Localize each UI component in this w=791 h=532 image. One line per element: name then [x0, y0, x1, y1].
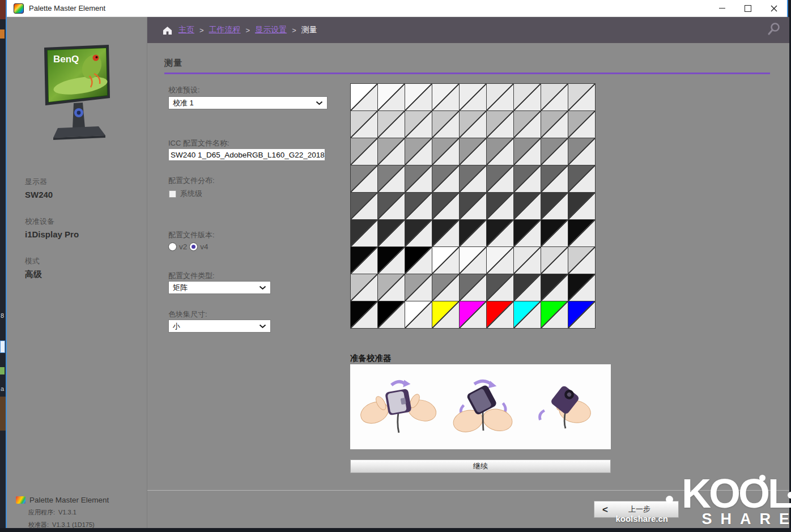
sidebar-field-value-2: i1Display Pro [25, 229, 79, 239]
prepare-panel [350, 364, 611, 449]
color-patch-76 [432, 301, 459, 328]
preset-value: 校准 1 [173, 98, 194, 108]
continue-button[interactable]: 继续 [350, 459, 611, 473]
desktop-fragment [0, 0, 6, 19]
color-patch-60 [487, 247, 513, 274]
color-patch-33 [487, 165, 513, 192]
monitor-product-image: BenQ [40, 43, 118, 145]
color-patch-6 [487, 84, 513, 110]
sidebar: BenQ 显示器SW240校准设备i1Display Pro模式高级 Palet… [7, 17, 147, 528]
color-patch-7 [514, 84, 541, 110]
breadcrumb-link-1[interactable]: 主页 [178, 25, 194, 35]
icc-name-label: ICC 配置文件名称: [168, 138, 229, 148]
color-patch-15 [487, 111, 513, 138]
app-icon [14, 3, 24, 14]
color-patch-36 [568, 165, 595, 192]
calibrator-version-value: V1.3.1 (1D175) [52, 521, 95, 528]
color-patch-46 [351, 220, 377, 246]
color-patch-63 [568, 247, 595, 274]
distribution-label: 配置文件分布: [168, 176, 215, 186]
version-radio-v2[interactable] [168, 242, 177, 251]
app-version-row: 应用程序:V1.3.1 [28, 508, 109, 517]
preset-label: 校准预设: [168, 85, 200, 95]
minimize-button[interactable] [709, 0, 735, 16]
color-patch-54 [568, 220, 595, 246]
sidebar-field-value-3: 高级 [25, 269, 79, 280]
color-patch-67 [432, 274, 459, 301]
close-button[interactable] [761, 0, 787, 16]
calibrator-version-row: 校准器:V1.3.1 (1D175) [28, 521, 109, 529]
watermark-dot [759, 475, 766, 481]
color-patch-68 [460, 274, 486, 301]
breadcrumb-current: 测量 [301, 25, 317, 35]
home-icon[interactable] [162, 25, 173, 35]
chevron-down-icon [316, 101, 323, 105]
icc-name-input[interactable]: SW240 1_D65_AdobeRGB_L160_G22_2018 [168, 148, 325, 161]
sidebar-field-label-2: 校准设备 [25, 216, 79, 227]
color-patch-11 [378, 111, 405, 138]
search-button[interactable] [767, 22, 781, 39]
system-level-checkbox[interactable] [169, 190, 176, 198]
breadcrumb-link-2[interactable]: 工作流程 [209, 25, 241, 35]
color-patch-35 [541, 165, 568, 192]
color-patch-39 [405, 193, 432, 219]
maximize-icon [745, 5, 751, 12]
color-patch-75 [405, 301, 432, 328]
minimize-icon [719, 8, 725, 8]
footer-divider [147, 490, 789, 491]
system-level-label: 系统级 [180, 189, 202, 199]
sidebar-footer: Palette Master Element 应用程序:V1.3.1 校准器:V… [16, 496, 109, 529]
color-patch-17 [541, 111, 568, 138]
color-patch-43 [514, 193, 541, 219]
color-patch-31 [432, 165, 459, 192]
desktop-fragment [0, 341, 5, 353]
breadcrumb-link-3[interactable]: 显示设置 [255, 25, 287, 35]
type-select[interactable]: 矩阵 [168, 281, 271, 294]
maximize-button[interactable] [735, 0, 761, 16]
color-patch-4 [432, 84, 459, 110]
desktop-fragment [0, 29, 5, 39]
calibrator-version-label: 校准器: [28, 521, 49, 528]
color-patch-44 [541, 193, 568, 219]
color-patch-71 [541, 274, 568, 301]
color-patch-81 [568, 301, 595, 328]
color-patch-27 [568, 138, 595, 165]
preset-select[interactable]: 校准 1 [168, 96, 328, 109]
color-patch-48 [405, 220, 432, 246]
search-icon [767, 22, 781, 36]
watermark-kool: KOOL [670, 477, 790, 510]
calibrator-illustration-3 [529, 376, 602, 438]
page-title: 测量 [164, 58, 182, 69]
desktop-fragment [0, 19, 6, 528]
color-patch-24 [487, 138, 513, 165]
patch-size-select[interactable]: 小 [168, 320, 271, 333]
watermark-share: SHARE [670, 510, 791, 528]
breadcrumb: 主页>工作流程>显示设置>测量 [147, 17, 789, 43]
patch-size-label: 色块集尺寸: [168, 309, 207, 320]
color-patch-52 [514, 220, 541, 246]
color-patch-42 [487, 193, 513, 219]
color-patch-77 [460, 301, 486, 328]
back-button[interactable]: < 上一步 [594, 501, 679, 518]
color-patch-21 [405, 138, 432, 165]
sidebar-field-value-1: SW240 [25, 190, 79, 199]
app-window: Palette Master Element 主页>工作流程>显示设置>测量 [6, 0, 788, 528]
patch-size-value: 小 [173, 321, 180, 331]
app-version-label: 应用程序: [28, 509, 55, 516]
color-patch-13 [432, 111, 459, 138]
color-patch-12 [405, 111, 432, 138]
svg-text:BenQ: BenQ [53, 54, 79, 65]
desktop-fragment [0, 397, 6, 431]
koolshare-watermark: KOOL SHARE koolshare.cn [670, 477, 790, 528]
breadcrumb-separator: > [199, 26, 204, 35]
color-patch-29 [378, 165, 405, 192]
app-version-value: V1.3.1 [58, 509, 76, 516]
color-patch-53 [541, 220, 568, 246]
version-radio-v4[interactable] [189, 242, 198, 251]
color-patch-9 [568, 84, 595, 110]
breadcrumb-separator: > [292, 26, 296, 35]
breadcrumb-separator: > [246, 26, 250, 35]
color-patch-34 [514, 165, 541, 192]
title-rule [164, 73, 770, 74]
color-patch-10 [351, 111, 377, 138]
